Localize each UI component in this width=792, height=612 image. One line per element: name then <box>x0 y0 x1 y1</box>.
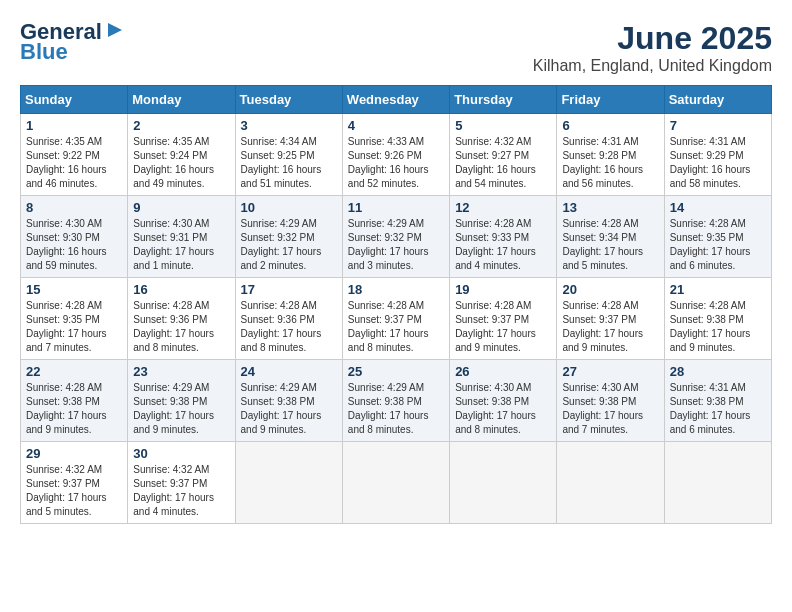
calendar-cell: 8Sunrise: 4:30 AM Sunset: 9:30 PM Daylig… <box>21 196 128 278</box>
day-info: Sunrise: 4:28 AM Sunset: 9:36 PM Dayligh… <box>241 299 337 355</box>
day-info: Sunrise: 4:35 AM Sunset: 9:24 PM Dayligh… <box>133 135 229 191</box>
calendar-cell <box>450 442 557 524</box>
day-info: Sunrise: 4:29 AM Sunset: 9:38 PM Dayligh… <box>241 381 337 437</box>
day-info: Sunrise: 4:30 AM Sunset: 9:31 PM Dayligh… <box>133 217 229 273</box>
day-info: Sunrise: 4:32 AM Sunset: 9:37 PM Dayligh… <box>133 463 229 519</box>
title-area: June 2025 Kilham, England, United Kingdo… <box>533 20 772 75</box>
day-info: Sunrise: 4:29 AM Sunset: 9:38 PM Dayligh… <box>348 381 444 437</box>
month-title: June 2025 <box>533 20 772 57</box>
day-number: 11 <box>348 200 444 215</box>
calendar-cell: 1Sunrise: 4:35 AM Sunset: 9:22 PM Daylig… <box>21 114 128 196</box>
calendar-cell: 18Sunrise: 4:28 AM Sunset: 9:37 PM Dayli… <box>342 278 449 360</box>
calendar-cell: 17Sunrise: 4:28 AM Sunset: 9:36 PM Dayli… <box>235 278 342 360</box>
day-info: Sunrise: 4:28 AM Sunset: 9:35 PM Dayligh… <box>26 299 122 355</box>
calendar-cell: 29Sunrise: 4:32 AM Sunset: 9:37 PM Dayli… <box>21 442 128 524</box>
calendar-cell: 19Sunrise: 4:28 AM Sunset: 9:37 PM Dayli… <box>450 278 557 360</box>
day-number: 7 <box>670 118 766 133</box>
calendar-cell: 3Sunrise: 4:34 AM Sunset: 9:25 PM Daylig… <box>235 114 342 196</box>
day-info: Sunrise: 4:30 AM Sunset: 9:38 PM Dayligh… <box>562 381 658 437</box>
day-number: 19 <box>455 282 551 297</box>
day-number: 15 <box>26 282 122 297</box>
day-number: 8 <box>26 200 122 215</box>
calendar-cell: 4Sunrise: 4:33 AM Sunset: 9:26 PM Daylig… <box>342 114 449 196</box>
day-info: Sunrise: 4:30 AM Sunset: 9:30 PM Dayligh… <box>26 217 122 273</box>
calendar-cell: 7Sunrise: 4:31 AM Sunset: 9:29 PM Daylig… <box>664 114 771 196</box>
header-tuesday: Tuesday <box>235 86 342 114</box>
calendar-cell: 25Sunrise: 4:29 AM Sunset: 9:38 PM Dayli… <box>342 360 449 442</box>
calendar-header-row: SundayMondayTuesdayWednesdayThursdayFrid… <box>21 86 772 114</box>
day-info: Sunrise: 4:29 AM Sunset: 9:32 PM Dayligh… <box>241 217 337 273</box>
header-sunday: Sunday <box>21 86 128 114</box>
calendar-cell: 20Sunrise: 4:28 AM Sunset: 9:37 PM Dayli… <box>557 278 664 360</box>
calendar-cell: 14Sunrise: 4:28 AM Sunset: 9:35 PM Dayli… <box>664 196 771 278</box>
day-number: 24 <box>241 364 337 379</box>
day-number: 25 <box>348 364 444 379</box>
day-number: 12 <box>455 200 551 215</box>
calendar: SundayMondayTuesdayWednesdayThursdayFrid… <box>20 85 772 524</box>
svg-marker-0 <box>108 23 122 37</box>
header-monday: Monday <box>128 86 235 114</box>
header: General Blue June 2025 Kilham, England, … <box>20 20 772 75</box>
day-number: 28 <box>670 364 766 379</box>
day-number: 16 <box>133 282 229 297</box>
day-number: 13 <box>562 200 658 215</box>
day-number: 27 <box>562 364 658 379</box>
calendar-cell: 16Sunrise: 4:28 AM Sunset: 9:36 PM Dayli… <box>128 278 235 360</box>
calendar-week-row: 1Sunrise: 4:35 AM Sunset: 9:22 PM Daylig… <box>21 114 772 196</box>
calendar-cell: 26Sunrise: 4:30 AM Sunset: 9:38 PM Dayli… <box>450 360 557 442</box>
calendar-cell: 28Sunrise: 4:31 AM Sunset: 9:38 PM Dayli… <box>664 360 771 442</box>
day-info: Sunrise: 4:28 AM Sunset: 9:38 PM Dayligh… <box>26 381 122 437</box>
day-info: Sunrise: 4:30 AM Sunset: 9:38 PM Dayligh… <box>455 381 551 437</box>
calendar-cell <box>664 442 771 524</box>
day-info: Sunrise: 4:28 AM Sunset: 9:36 PM Dayligh… <box>133 299 229 355</box>
calendar-cell: 27Sunrise: 4:30 AM Sunset: 9:38 PM Dayli… <box>557 360 664 442</box>
day-info: Sunrise: 4:31 AM Sunset: 9:38 PM Dayligh… <box>670 381 766 437</box>
day-number: 9 <box>133 200 229 215</box>
logo-arrow-icon <box>104 19 126 41</box>
header-thursday: Thursday <box>450 86 557 114</box>
day-number: 22 <box>26 364 122 379</box>
calendar-cell <box>342 442 449 524</box>
calendar-cell: 10Sunrise: 4:29 AM Sunset: 9:32 PM Dayli… <box>235 196 342 278</box>
day-info: Sunrise: 4:35 AM Sunset: 9:22 PM Dayligh… <box>26 135 122 191</box>
calendar-cell: 2Sunrise: 4:35 AM Sunset: 9:24 PM Daylig… <box>128 114 235 196</box>
calendar-cell: 6Sunrise: 4:31 AM Sunset: 9:28 PM Daylig… <box>557 114 664 196</box>
calendar-cell: 11Sunrise: 4:29 AM Sunset: 9:32 PM Dayli… <box>342 196 449 278</box>
day-number: 26 <box>455 364 551 379</box>
header-wednesday: Wednesday <box>342 86 449 114</box>
day-number: 6 <box>562 118 658 133</box>
day-number: 3 <box>241 118 337 133</box>
header-friday: Friday <box>557 86 664 114</box>
day-info: Sunrise: 4:32 AM Sunset: 9:37 PM Dayligh… <box>26 463 122 519</box>
day-number: 1 <box>26 118 122 133</box>
day-info: Sunrise: 4:28 AM Sunset: 9:37 PM Dayligh… <box>562 299 658 355</box>
calendar-cell: 15Sunrise: 4:28 AM Sunset: 9:35 PM Dayli… <box>21 278 128 360</box>
day-info: Sunrise: 4:29 AM Sunset: 9:32 PM Dayligh… <box>348 217 444 273</box>
day-info: Sunrise: 4:33 AM Sunset: 9:26 PM Dayligh… <box>348 135 444 191</box>
day-info: Sunrise: 4:28 AM Sunset: 9:33 PM Dayligh… <box>455 217 551 273</box>
calendar-cell: 9Sunrise: 4:30 AM Sunset: 9:31 PM Daylig… <box>128 196 235 278</box>
day-number: 4 <box>348 118 444 133</box>
day-info: Sunrise: 4:31 AM Sunset: 9:29 PM Dayligh… <box>670 135 766 191</box>
calendar-week-row: 8Sunrise: 4:30 AM Sunset: 9:30 PM Daylig… <box>21 196 772 278</box>
calendar-cell: 24Sunrise: 4:29 AM Sunset: 9:38 PM Dayli… <box>235 360 342 442</box>
day-number: 10 <box>241 200 337 215</box>
calendar-week-row: 29Sunrise: 4:32 AM Sunset: 9:37 PM Dayli… <box>21 442 772 524</box>
location: Kilham, England, United Kingdom <box>533 57 772 75</box>
day-number: 21 <box>670 282 766 297</box>
calendar-cell: 12Sunrise: 4:28 AM Sunset: 9:33 PM Dayli… <box>450 196 557 278</box>
day-number: 30 <box>133 446 229 461</box>
calendar-cell: 30Sunrise: 4:32 AM Sunset: 9:37 PM Dayli… <box>128 442 235 524</box>
calendar-cell <box>235 442 342 524</box>
calendar-cell: 23Sunrise: 4:29 AM Sunset: 9:38 PM Dayli… <box>128 360 235 442</box>
day-info: Sunrise: 4:28 AM Sunset: 9:38 PM Dayligh… <box>670 299 766 355</box>
calendar-cell: 5Sunrise: 4:32 AM Sunset: 9:27 PM Daylig… <box>450 114 557 196</box>
day-number: 14 <box>670 200 766 215</box>
calendar-week-row: 22Sunrise: 4:28 AM Sunset: 9:38 PM Dayli… <box>21 360 772 442</box>
calendar-cell <box>557 442 664 524</box>
day-info: Sunrise: 4:28 AM Sunset: 9:34 PM Dayligh… <box>562 217 658 273</box>
day-number: 18 <box>348 282 444 297</box>
calendar-cell: 21Sunrise: 4:28 AM Sunset: 9:38 PM Dayli… <box>664 278 771 360</box>
day-number: 5 <box>455 118 551 133</box>
day-info: Sunrise: 4:28 AM Sunset: 9:37 PM Dayligh… <box>455 299 551 355</box>
